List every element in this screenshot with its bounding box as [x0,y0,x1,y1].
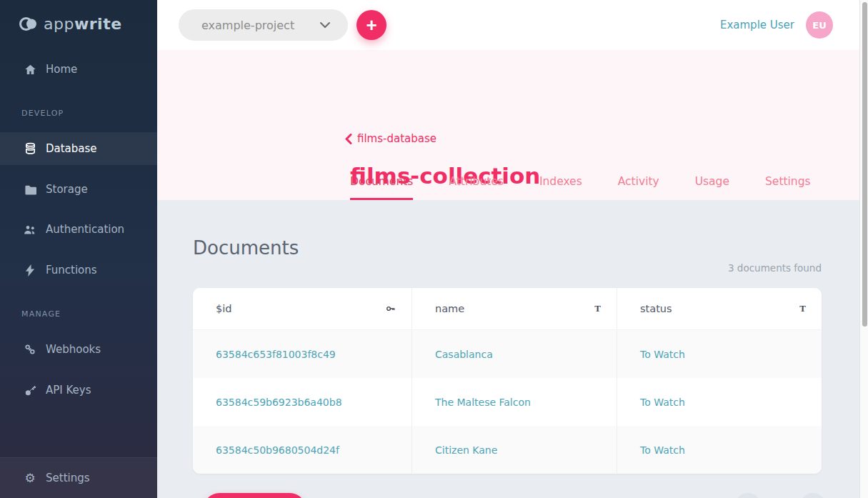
key-icon [386,304,396,314]
breadcrumb-label: films-database [357,132,437,145]
sidebar-section-manage: MANAGE [21,309,61,319]
text-filter-icon: T [594,303,601,314]
avatar[interactable]: EU [806,11,833,39]
chevron-down-icon [319,21,331,29]
table-row[interactable]: 63584c653f81003f8c49 Casablanca To Watch [193,330,822,378]
tab-settings[interactable]: Settings [765,175,811,200]
user-name-link[interactable]: Example User [720,19,794,31]
appwrite-logo-text: appwrite [44,15,122,33]
project-selector-value: example-project [201,19,319,32]
sidebar-item-label: Storage [46,183,88,196]
sidebar-item-label: Home [46,63,77,76]
sidebar-item-database[interactable]: Database [0,132,157,165]
tab-bar: Documents Attributes Indexes Activity Us… [350,175,847,200]
cell-document-id[interactable]: 63584c50b9680504d24f [193,426,412,474]
sidebar-item-webhooks[interactable]: Webhooks [0,333,157,366]
pagination-prev-button[interactable] [735,493,761,498]
table-header-row: $id name T status T [193,288,822,330]
sidebar-item-label: Settings [46,472,90,484]
users-icon [21,224,39,235]
sidebar-section-develop: DEVELOP [21,109,64,118]
column-header-label: name [435,303,464,314]
user-area: Example User EU [720,11,833,39]
column-header-name[interactable]: name T [412,288,617,329]
sidebar-item-storage[interactable]: Storage [0,173,157,206]
column-header-id[interactable]: $id [193,288,412,329]
scrollbar-thumb[interactable] [862,2,867,327]
add-project-button[interactable]: + [356,10,386,40]
app-window: appwrite Home DEVELOP Database [0,0,868,498]
documents-count: 3 documents found [728,262,822,274]
cell-document-id[interactable]: 63584c653f81003f8c49 [193,330,412,378]
sidebar-item-settings[interactable]: ⚙ Settings [0,462,157,494]
appwrite-logo-icon [19,14,38,34]
home-icon [21,64,39,76]
sidebar-item-home[interactable]: Home [0,53,157,86]
sidebar-item-api-keys[interactable]: API Keys [0,374,157,407]
chevron-left-icon [345,134,352,144]
tab-documents[interactable]: Documents [350,175,413,200]
sidebar-item-label: Webhooks [46,343,101,356]
sidebar-item-functions[interactable]: Functions [0,254,157,287]
tab-activity[interactable]: Activity [618,175,659,200]
project-selector[interactable]: example-project [179,9,348,41]
cell-document-id[interactable]: 63584c59b6923b6a40b8 [193,378,412,426]
key-icon [21,384,39,397]
pagination-next-button[interactable] [800,493,826,498]
sidebar: appwrite Home DEVELOP Database [0,0,157,498]
sidebar-item-label: Authentication [46,223,124,236]
cell-status[interactable]: To Watch [617,426,822,474]
cell-status[interactable]: To Watch [617,378,822,426]
cell-name[interactable]: The Maltese Falcon [412,378,617,426]
add-document-button[interactable] [204,493,306,498]
column-header-status[interactable]: status T [617,288,822,329]
gear-icon: ⚙ [21,472,39,484]
column-header-label: $id [216,303,231,314]
collection-header: films-database films-collection Document… [157,50,859,200]
main-content: Documents 3 documents found $id name T [157,200,859,498]
sidebar-item-label: Database [46,142,97,155]
breadcrumb[interactable]: films-database [345,132,437,145]
folder-icon [21,184,39,195]
appwrite-logo[interactable]: appwrite [19,14,122,34]
cell-name[interactable]: Casablanca [412,330,617,378]
bolt-icon [21,264,39,277]
table-row[interactable]: 63584c59b6923b6a40b8 The Maltese Falcon … [193,378,822,426]
sidebar-item-authentication[interactable]: Authentication [0,213,157,246]
sidebar-item-label: Functions [46,264,97,277]
text-filter-icon: T [799,303,806,314]
tab-indexes[interactable]: Indexes [539,175,582,200]
database-icon [21,142,39,155]
tab-usage[interactable]: Usage [695,175,729,200]
cell-status[interactable]: To Watch [617,330,822,378]
documents-heading: Documents [193,237,299,259]
cell-name[interactable]: Citizen Kane [412,426,617,474]
documents-table: $id name T status T 63584c653 [193,288,822,474]
column-header-label: status [640,303,672,314]
sidebar-item-label: API Keys [46,384,91,397]
tab-attributes[interactable]: Attributes [449,175,504,200]
scrollbar-track[interactable] [859,0,868,498]
topbar: example-project + Example User EU [157,0,859,50]
link-icon [21,344,39,355]
table-row[interactable]: 63584c50b9680504d24f Citizen Kane To Wat… [193,426,822,474]
